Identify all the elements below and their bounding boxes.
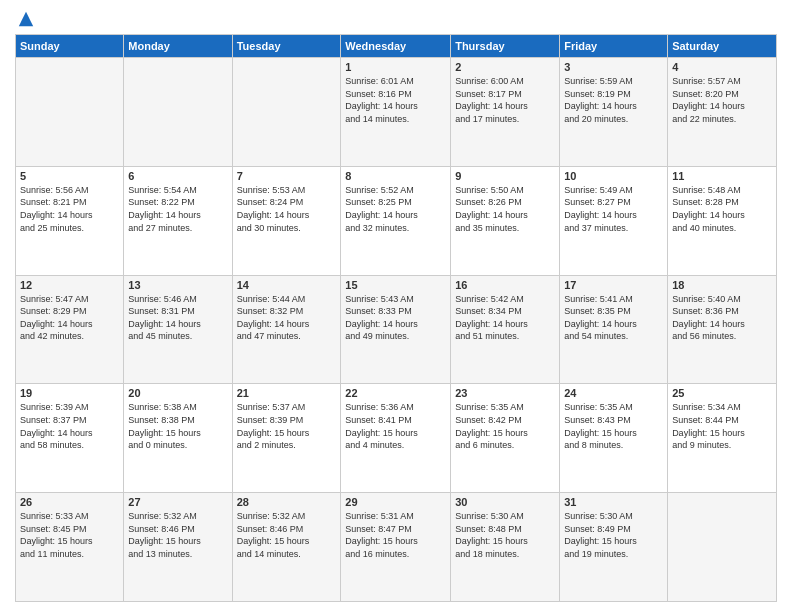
day-number: 30 bbox=[455, 496, 555, 508]
calendar-cell: 30Sunrise: 5:30 AMSunset: 8:48 PMDayligh… bbox=[451, 493, 560, 602]
day-header-monday: Monday bbox=[124, 35, 232, 58]
calendar-cell bbox=[232, 58, 341, 167]
calendar-cell: 20Sunrise: 5:38 AMSunset: 8:38 PMDayligh… bbox=[124, 384, 232, 493]
day-number: 20 bbox=[128, 387, 227, 399]
day-header-thursday: Thursday bbox=[451, 35, 560, 58]
day-number: 2 bbox=[455, 61, 555, 73]
calendar-cell: 28Sunrise: 5:32 AMSunset: 8:46 PMDayligh… bbox=[232, 493, 341, 602]
calendar-cell: 8Sunrise: 5:52 AMSunset: 8:25 PMDaylight… bbox=[341, 166, 451, 275]
day-number: 24 bbox=[564, 387, 663, 399]
day-header-tuesday: Tuesday bbox=[232, 35, 341, 58]
calendar-cell: 15Sunrise: 5:43 AMSunset: 8:33 PMDayligh… bbox=[341, 275, 451, 384]
calendar-cell: 22Sunrise: 5:36 AMSunset: 8:41 PMDayligh… bbox=[341, 384, 451, 493]
page: SundayMondayTuesdayWednesdayThursdayFrid… bbox=[0, 0, 792, 612]
day-info: Sunrise: 5:39 AMSunset: 8:37 PMDaylight:… bbox=[20, 401, 119, 451]
day-number: 7 bbox=[237, 170, 337, 182]
calendar-week-3: 12Sunrise: 5:47 AMSunset: 8:29 PMDayligh… bbox=[16, 275, 777, 384]
calendar-cell: 24Sunrise: 5:35 AMSunset: 8:43 PMDayligh… bbox=[560, 384, 668, 493]
day-info: Sunrise: 5:40 AMSunset: 8:36 PMDaylight:… bbox=[672, 293, 772, 343]
calendar-cell: 12Sunrise: 5:47 AMSunset: 8:29 PMDayligh… bbox=[16, 275, 124, 384]
day-number: 11 bbox=[672, 170, 772, 182]
calendar-cell: 25Sunrise: 5:34 AMSunset: 8:44 PMDayligh… bbox=[668, 384, 777, 493]
day-number: 18 bbox=[672, 279, 772, 291]
day-number: 4 bbox=[672, 61, 772, 73]
day-number: 3 bbox=[564, 61, 663, 73]
day-number: 5 bbox=[20, 170, 119, 182]
day-info: Sunrise: 5:44 AMSunset: 8:32 PMDaylight:… bbox=[237, 293, 337, 343]
calendar-week-4: 19Sunrise: 5:39 AMSunset: 8:37 PMDayligh… bbox=[16, 384, 777, 493]
day-info: Sunrise: 5:47 AMSunset: 8:29 PMDaylight:… bbox=[20, 293, 119, 343]
day-info: Sunrise: 5:31 AMSunset: 8:47 PMDaylight:… bbox=[345, 510, 446, 560]
day-header-sunday: Sunday bbox=[16, 35, 124, 58]
day-info: Sunrise: 5:35 AMSunset: 8:43 PMDaylight:… bbox=[564, 401, 663, 451]
day-header-wednesday: Wednesday bbox=[341, 35, 451, 58]
day-number: 17 bbox=[564, 279, 663, 291]
calendar-week-2: 5Sunrise: 5:56 AMSunset: 8:21 PMDaylight… bbox=[16, 166, 777, 275]
day-info: Sunrise: 5:54 AMSunset: 8:22 PMDaylight:… bbox=[128, 184, 227, 234]
calendar-cell bbox=[16, 58, 124, 167]
day-info: Sunrise: 5:50 AMSunset: 8:26 PMDaylight:… bbox=[455, 184, 555, 234]
day-info: Sunrise: 5:38 AMSunset: 8:38 PMDaylight:… bbox=[128, 401, 227, 451]
day-info: Sunrise: 5:46 AMSunset: 8:31 PMDaylight:… bbox=[128, 293, 227, 343]
calendar-cell: 31Sunrise: 5:30 AMSunset: 8:49 PMDayligh… bbox=[560, 493, 668, 602]
day-info: Sunrise: 5:30 AMSunset: 8:48 PMDaylight:… bbox=[455, 510, 555, 560]
calendar-cell: 21Sunrise: 5:37 AMSunset: 8:39 PMDayligh… bbox=[232, 384, 341, 493]
calendar-table: SundayMondayTuesdayWednesdayThursdayFrid… bbox=[15, 34, 777, 602]
calendar-cell: 26Sunrise: 5:33 AMSunset: 8:45 PMDayligh… bbox=[16, 493, 124, 602]
day-header-friday: Friday bbox=[560, 35, 668, 58]
calendar-cell: 17Sunrise: 5:41 AMSunset: 8:35 PMDayligh… bbox=[560, 275, 668, 384]
calendar-week-5: 26Sunrise: 5:33 AMSunset: 8:45 PMDayligh… bbox=[16, 493, 777, 602]
day-number: 16 bbox=[455, 279, 555, 291]
calendar-cell: 9Sunrise: 5:50 AMSunset: 8:26 PMDaylight… bbox=[451, 166, 560, 275]
calendar-cell bbox=[124, 58, 232, 167]
day-info: Sunrise: 5:41 AMSunset: 8:35 PMDaylight:… bbox=[564, 293, 663, 343]
day-info: Sunrise: 5:34 AMSunset: 8:44 PMDaylight:… bbox=[672, 401, 772, 451]
day-number: 13 bbox=[128, 279, 227, 291]
calendar-cell: 3Sunrise: 5:59 AMSunset: 8:19 PMDaylight… bbox=[560, 58, 668, 167]
day-number: 14 bbox=[237, 279, 337, 291]
day-info: Sunrise: 5:43 AMSunset: 8:33 PMDaylight:… bbox=[345, 293, 446, 343]
day-info: Sunrise: 5:42 AMSunset: 8:34 PMDaylight:… bbox=[455, 293, 555, 343]
day-number: 31 bbox=[564, 496, 663, 508]
day-number: 8 bbox=[345, 170, 446, 182]
svg-marker-0 bbox=[19, 12, 33, 26]
calendar-cell: 19Sunrise: 5:39 AMSunset: 8:37 PMDayligh… bbox=[16, 384, 124, 493]
day-info: Sunrise: 5:49 AMSunset: 8:27 PMDaylight:… bbox=[564, 184, 663, 234]
day-number: 26 bbox=[20, 496, 119, 508]
day-info: Sunrise: 5:30 AMSunset: 8:49 PMDaylight:… bbox=[564, 510, 663, 560]
day-number: 22 bbox=[345, 387, 446, 399]
day-info: Sunrise: 5:35 AMSunset: 8:42 PMDaylight:… bbox=[455, 401, 555, 451]
calendar-cell: 5Sunrise: 5:56 AMSunset: 8:21 PMDaylight… bbox=[16, 166, 124, 275]
day-number: 12 bbox=[20, 279, 119, 291]
calendar-cell: 2Sunrise: 6:00 AMSunset: 8:17 PMDaylight… bbox=[451, 58, 560, 167]
calendar-cell: 4Sunrise: 5:57 AMSunset: 8:20 PMDaylight… bbox=[668, 58, 777, 167]
calendar-cell: 27Sunrise: 5:32 AMSunset: 8:46 PMDayligh… bbox=[124, 493, 232, 602]
calendar-cell: 6Sunrise: 5:54 AMSunset: 8:22 PMDaylight… bbox=[124, 166, 232, 275]
day-info: Sunrise: 5:57 AMSunset: 8:20 PMDaylight:… bbox=[672, 75, 772, 125]
calendar-cell: 13Sunrise: 5:46 AMSunset: 8:31 PMDayligh… bbox=[124, 275, 232, 384]
day-info: Sunrise: 5:59 AMSunset: 8:19 PMDaylight:… bbox=[564, 75, 663, 125]
day-number: 10 bbox=[564, 170, 663, 182]
header bbox=[15, 10, 777, 28]
day-number: 9 bbox=[455, 170, 555, 182]
day-info: Sunrise: 5:33 AMSunset: 8:45 PMDaylight:… bbox=[20, 510, 119, 560]
day-info: Sunrise: 5:48 AMSunset: 8:28 PMDaylight:… bbox=[672, 184, 772, 234]
day-info: Sunrise: 5:52 AMSunset: 8:25 PMDaylight:… bbox=[345, 184, 446, 234]
calendar-cell: 23Sunrise: 5:35 AMSunset: 8:42 PMDayligh… bbox=[451, 384, 560, 493]
calendar-cell: 16Sunrise: 5:42 AMSunset: 8:34 PMDayligh… bbox=[451, 275, 560, 384]
day-info: Sunrise: 5:56 AMSunset: 8:21 PMDaylight:… bbox=[20, 184, 119, 234]
day-info: Sunrise: 5:36 AMSunset: 8:41 PMDaylight:… bbox=[345, 401, 446, 451]
day-number: 29 bbox=[345, 496, 446, 508]
calendar-cell: 11Sunrise: 5:48 AMSunset: 8:28 PMDayligh… bbox=[668, 166, 777, 275]
day-number: 21 bbox=[237, 387, 337, 399]
day-info: Sunrise: 5:37 AMSunset: 8:39 PMDaylight:… bbox=[237, 401, 337, 451]
logo-icon bbox=[17, 10, 35, 28]
calendar-cell bbox=[668, 493, 777, 602]
calendar-header-row: SundayMondayTuesdayWednesdayThursdayFrid… bbox=[16, 35, 777, 58]
day-number: 19 bbox=[20, 387, 119, 399]
calendar-cell: 18Sunrise: 5:40 AMSunset: 8:36 PMDayligh… bbox=[668, 275, 777, 384]
calendar-cell: 14Sunrise: 5:44 AMSunset: 8:32 PMDayligh… bbox=[232, 275, 341, 384]
day-header-saturday: Saturday bbox=[668, 35, 777, 58]
day-number: 28 bbox=[237, 496, 337, 508]
calendar-cell: 1Sunrise: 6:01 AMSunset: 8:16 PMDaylight… bbox=[341, 58, 451, 167]
